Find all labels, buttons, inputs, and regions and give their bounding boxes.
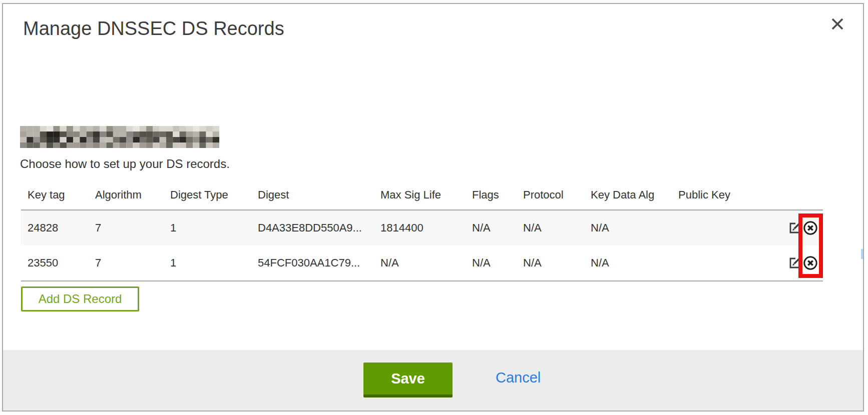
cell-digest-type: 1 — [170, 246, 258, 281]
cell-public-key — [678, 210, 782, 246]
cell-key-data-alg: N/A — [591, 210, 678, 246]
dialog-title: Manage DNSSEC DS Records — [23, 18, 284, 40]
column-header: Digest — [258, 188, 380, 210]
table-row: 235507154FCF030AA1C79...N/AN/AN/AN/A — [21, 246, 823, 281]
cell-flags: N/A — [472, 210, 523, 246]
cell-protocol: N/A — [523, 210, 591, 246]
redacted-domain-blur — [20, 126, 219, 148]
column-header: Key Data Alg — [591, 188, 678, 210]
cell-key-tag: 24828 — [21, 210, 95, 246]
cell-digest: D4A33E8DD550A9... — [258, 210, 380, 246]
cell-key-tag: 23550 — [21, 246, 95, 281]
column-header: Protocol — [523, 188, 591, 210]
cell-digest: 54FCF030AA1C79... — [258, 246, 380, 281]
column-header: Flags — [472, 188, 523, 210]
cell-algorithm: 7 — [95, 210, 170, 246]
delete-record-icon[interactable] — [803, 220, 818, 236]
cancel-link[interactable]: Cancel — [496, 370, 541, 386]
ds-records-table: Key tagAlgorithmDigest TypeDigestMax Sig… — [21, 188, 823, 282]
row-actions — [782, 246, 823, 281]
table-row: 2482871D4A33E8DD550A9...1814400N/AN/AN/A — [21, 210, 823, 246]
cell-max-sig-life: 1814400 — [380, 210, 472, 246]
column-header: Algorithm — [95, 188, 170, 210]
table-header-row: Key tagAlgorithmDigest TypeDigestMax Sig… — [21, 188, 823, 210]
cell-algorithm: 7 — [95, 246, 170, 281]
edit-record-icon[interactable] — [788, 222, 801, 234]
delete-record-icon[interactable] — [803, 256, 818, 270]
table-body: 2482871D4A33E8DD550A9...1814400N/AN/AN/A… — [21, 210, 823, 281]
dialog-footer: Save Cancel — [3, 350, 863, 410]
cell-max-sig-life: N/A — [380, 246, 472, 281]
column-header: Key tag — [21, 188, 95, 210]
column-header: Digest Type — [170, 188, 258, 210]
add-ds-record-button[interactable]: Add DS Record — [21, 286, 139, 312]
scrollbar-fragment — [861, 249, 863, 259]
cell-flags: N/A — [472, 246, 523, 281]
close-icon[interactable] — [829, 16, 846, 33]
column-header: Max Sig Life — [380, 188, 472, 210]
cell-digest-type: 1 — [170, 210, 258, 246]
row-actions — [782, 210, 823, 246]
column-header: Public Key — [678, 188, 782, 210]
cell-protocol: N/A — [523, 246, 591, 281]
manage-dnssec-dialog: Manage DNSSEC DS Records Choose how to s… — [2, 3, 864, 412]
edit-record-icon[interactable] — [788, 256, 801, 270]
intro-text: Choose how to set up your DS records. — [20, 157, 230, 171]
save-button[interactable]: Save — [363, 362, 453, 398]
cell-key-data-alg: N/A — [591, 246, 678, 281]
cell-public-key — [678, 246, 782, 281]
